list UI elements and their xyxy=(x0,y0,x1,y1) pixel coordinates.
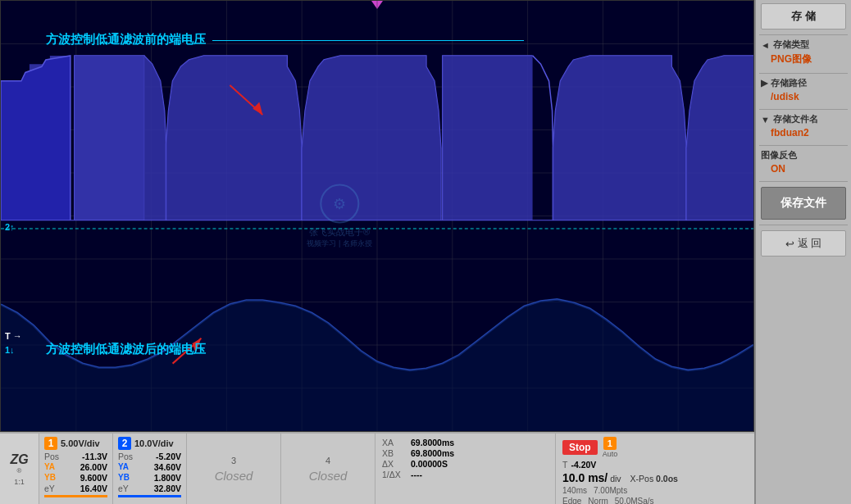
stop-row: Stop 1 Auto xyxy=(562,437,678,458)
image-invert-value: ON xyxy=(771,163,846,175)
xpos-value: 0.0os xyxy=(656,474,678,484)
main-container: 方波控制低通滤波前的端电压 方波控制低通滤波后的端电压 2↑ 1↓ T → ⚙ … xyxy=(0,0,851,504)
annotation-bottom-text: 方波控制低通滤波后的端电压 xyxy=(46,342,206,356)
save-storage-button[interactable]: 存 储 xyxy=(761,3,846,30)
ch2-pos-value: -5.20V xyxy=(156,452,181,461)
ch1-block: 1 5.00V/div Pos -11.3V YA 26.00V YB 9.60… xyxy=(39,434,113,504)
storage-type-value: PNG图像 xyxy=(771,52,846,66)
divider-3 xyxy=(759,109,848,110)
storage-type-header: ◄ 存储类型 xyxy=(761,39,846,51)
arrow-filename: ▼ xyxy=(761,115,770,125)
storage-path-label: 存储路径 xyxy=(771,77,807,89)
watermark-circle: ⚙ xyxy=(320,184,359,223)
dx-label: ΔX xyxy=(382,459,403,469)
ch2-yb-row: YB 1.800V xyxy=(118,473,181,483)
watermark-line1: 张飞实战电子® xyxy=(309,225,370,238)
ch2-number: 2 xyxy=(118,437,131,450)
storage-filename-value: fbduan2 xyxy=(771,127,846,138)
save-file-button[interactable]: 保存文件 xyxy=(761,187,846,220)
inv-row: 1/ΔX ---- xyxy=(382,470,548,479)
ch1-number: 1 xyxy=(44,437,57,450)
ch3-block: 3 Closed xyxy=(187,434,281,504)
logo-area: ZG ® 1:1 xyxy=(0,434,39,504)
ch-indicator: 1 Auto xyxy=(603,437,618,458)
ch4-number: 4 xyxy=(325,456,330,465)
xa-label: XA xyxy=(382,438,403,447)
ch2-ya-value: 34.60V xyxy=(154,462,181,472)
ch2-ya-row: YA 34.60V xyxy=(118,462,181,472)
ch3-number: 3 xyxy=(231,456,236,465)
ch1-yb-label: YB xyxy=(44,473,56,483)
divider-6 xyxy=(759,225,848,225)
ch1-pos-row: Pos -11.3V xyxy=(44,452,107,461)
xb-label: XB xyxy=(382,448,403,458)
back-button[interactable]: ↩ 返 回 xyxy=(761,230,846,257)
storage-type-label: 存储类型 xyxy=(773,39,809,51)
norm-label: Norm xyxy=(588,497,608,504)
ch3-closed: Closed xyxy=(215,469,253,483)
ch1-ey-label: eY xyxy=(44,484,55,493)
watermark: ⚙ 张飞实战电子® 视频学习 | 名师永授 xyxy=(307,184,371,248)
ch1-marker: 1↓ xyxy=(5,345,15,355)
control-area: Stop 1 Auto T -4.20V 10.0 ms/ div X-Pos xyxy=(556,434,685,504)
image-invert-section: 图像反色 ON xyxy=(761,149,846,178)
t-ctrl-label: T xyxy=(562,460,567,470)
logo: ZG xyxy=(10,452,28,467)
ch1-yb-value: 9.600V xyxy=(80,473,107,483)
ratio-display: 1:1 xyxy=(14,478,25,486)
ch-indicator-num: 1 xyxy=(603,437,617,450)
ch4-closed: Closed xyxy=(309,469,348,483)
ch2-div: 10.0V/div xyxy=(134,438,174,448)
arrow-right: ◄ xyxy=(761,40,770,50)
inv-value: ---- xyxy=(411,470,422,479)
right-panel: 存 储 ◄ 存储类型 PNG图像 ▶ 存储路径 /udisk ▼ 存储文件名 f… xyxy=(754,0,851,504)
storage-path-header: ▶ 存储路径 xyxy=(761,77,846,89)
ch2-ey-row: eY 32.80V xyxy=(118,484,181,493)
storage-path-value: /udisk xyxy=(771,91,846,102)
ch2-pos-label: Pos xyxy=(118,452,133,461)
status-bar: ZG ® 1:1 1 5.00V/div Pos -11.3V xyxy=(0,432,754,504)
ch2-bar xyxy=(118,495,181,497)
image-invert-header: 图像反色 xyxy=(761,149,846,161)
svg-marker-25 xyxy=(553,56,687,220)
ch1-yb-row: YB 9.600V xyxy=(44,473,107,483)
storage-filename-label: 存储文件名 xyxy=(773,113,818,125)
ch4-block: 4 Closed xyxy=(281,434,375,504)
ch2-ey-label: eY xyxy=(118,484,129,493)
ch1-ya-row: YA 26.00V xyxy=(44,462,107,472)
ch2-ya-label: YA xyxy=(118,462,129,472)
sample-top: 140ms xyxy=(562,486,587,495)
svg-marker-22 xyxy=(166,56,303,220)
ch1-ya-value: 26.00V xyxy=(80,462,107,472)
t-marker: T → xyxy=(5,331,22,341)
svg-marker-21 xyxy=(75,56,166,220)
time-div-value: 10.0 ms/ xyxy=(562,471,608,484)
time-div-row: 10.0 ms/ div X-Pos 0.0os xyxy=(562,471,678,484)
xb-row: XB 69.8000ms xyxy=(382,448,548,458)
arrow-path: ▶ xyxy=(761,78,767,89)
svg-marker-24 xyxy=(443,56,533,220)
dx-value: 0.00000S xyxy=(411,459,448,469)
ch2-yb-value: 1.800V xyxy=(154,473,181,483)
image-invert-label: 图像反色 xyxy=(761,149,797,161)
edge-label: Edge xyxy=(562,497,581,504)
annotation-bottom: 方波控制低通滤波后的端电压 xyxy=(46,342,206,357)
storage-path-section: ▶ 存储路径 /udisk xyxy=(761,77,846,106)
ch2-marker: 2↑ xyxy=(5,222,15,232)
stop-button[interactable]: Stop xyxy=(562,440,598,455)
t-ctrl-value: -4.20V xyxy=(571,460,596,470)
logo-reg: ® xyxy=(17,467,22,474)
inv-label: 1/ΔX xyxy=(382,470,403,479)
dx-row: ΔX 0.00000S xyxy=(382,459,548,469)
xa-row: XA 69.8000ms xyxy=(382,438,548,447)
ch1-header: 1 5.00V/div xyxy=(44,437,107,450)
sample-rate: 50.0MSa/s xyxy=(615,497,654,504)
storage-type-section: ◄ 存储类型 PNG图像 xyxy=(761,39,846,70)
ch2-header: 2 10.0V/div xyxy=(118,437,181,450)
ch2-ey-value: 32.80V xyxy=(154,484,181,493)
xb-value: 69.8000ms xyxy=(411,448,454,458)
divider-4 xyxy=(759,145,848,146)
ch1-ey-value: 16.40V xyxy=(80,484,107,493)
ch1-ya-label: YA xyxy=(44,462,55,472)
ch2-pos-row: Pos -5.20V xyxy=(118,452,181,461)
